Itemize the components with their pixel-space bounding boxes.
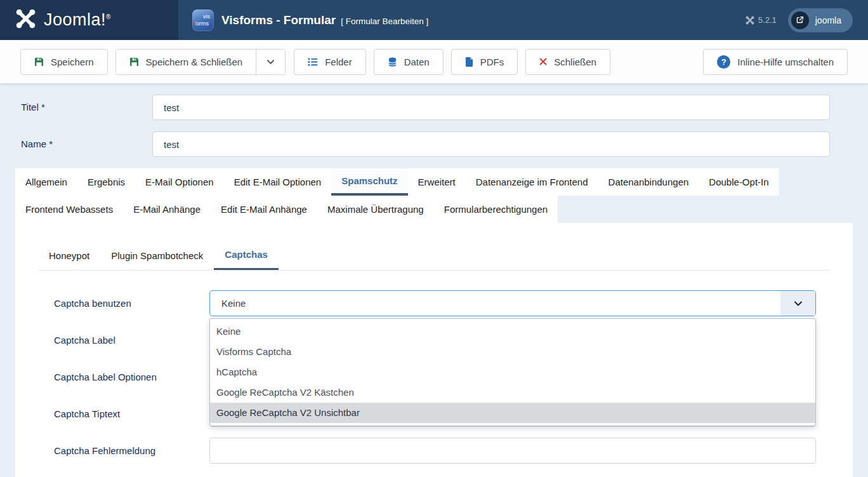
save-icon [34, 57, 44, 67]
save-icon [129, 57, 139, 67]
title-input[interactable] [152, 95, 830, 120]
brand-wordmark: Joomla!® [44, 10, 111, 30]
toolbar: Speichern Speichern & Schließen Felder [0, 40, 868, 83]
save-close-split-button: Speichern & Schließen [115, 49, 286, 75]
spamschutz-subtabs: Honeypot Plugin Spambotcheck Captchas [38, 241, 830, 271]
dropdown-option-recaptcha-v2-kaestchen[interactable]: Google ReCaptcha V2 Kästchen [210, 382, 815, 403]
main-tabs-row-2: Frontend Webassets E-Mail Anhänge Edit E… [15, 196, 853, 223]
site-preview-button[interactable]: joomla [788, 8, 853, 32]
tab-edit-email-anhaenge[interactable]: Edit E-Mail Anhänge [211, 196, 317, 223]
name-field-row: Name * [0, 131, 868, 157]
spamschutz-panel: Honeypot Plugin Spambotcheck Captchas Ca… [15, 223, 853, 477]
captcha-benutzen-dropdown: Keine Visforms Captcha hCaptcha Google R… [209, 318, 816, 426]
captcha-tiptext-label: Captcha Tiptext [38, 401, 209, 427]
captcha-benutzen-label: Captcha benutzen [38, 290, 209, 316]
data-button[interactable]: Daten [374, 49, 444, 75]
captcha-fehlermeldung-row: Captcha Fehlermeldung [38, 438, 830, 464]
fields-button[interactable]: Felder [294, 49, 366, 75]
tab-formularberechtigungen[interactable]: Formularberechtigungen [434, 196, 558, 223]
top-header: Joomla!® vis forms Visforms - Formular[ … [0, 0, 868, 40]
save-button[interactable]: Speichern [20, 49, 108, 75]
pdfs-button[interactable]: PDFs [451, 49, 518, 75]
page-title: Visforms - Formular[ Formular Bearbeiten… [221, 13, 428, 27]
list-icon [308, 57, 318, 67]
form-edit-content: Titel * Name * Allgemein Ergebnis E-Mail… [0, 83, 868, 477]
tab-ergebnis[interactable]: Ergebnis [77, 168, 135, 196]
dropdown-option-recaptcha-v2-unsichtbar[interactable]: Google ReCaptcha V2 Unsichtbar [210, 403, 815, 423]
close-button[interactable]: Schließen [525, 49, 610, 75]
save-options-dropdown-toggle[interactable] [256, 50, 285, 74]
tab-erweitert[interactable]: Erweitert [408, 168, 466, 196]
database-icon [388, 57, 397, 67]
main-tabs-row-1: Allgemein Ergebnis E-Mail Optionen Edit … [15, 168, 853, 196]
captcha-label-label: Captcha Label [38, 327, 209, 353]
tab-datenanzeige-im-frontend[interactable]: Datenanzeige im Frontend [466, 168, 598, 196]
captcha-benutzen-row: Captcha benutzen Keine [38, 290, 830, 316]
tab-maximale-uebertragung[interactable]: Maximale Übertragung [317, 196, 434, 223]
tab-email-anhaenge[interactable]: E-Mail Anhänge [123, 196, 211, 223]
captcha-fields: Captcha benutzen Keine Captcha Label Cap… [38, 271, 830, 464]
captcha-fehlermeldung-label: Captcha Fehlermeldung [38, 438, 209, 464]
captcha-benutzen-select[interactable]: Keine [209, 290, 816, 316]
close-icon [539, 58, 547, 65]
joomla-version: 5.2.1 [746, 15, 777, 25]
inline-help-button[interactable]: ? Inline-Hilfe umschalten [703, 49, 848, 75]
tab-double-opt-in[interactable]: Double-Opt-In [699, 168, 779, 196]
dropdown-option-hcaptcha[interactable]: hCaptcha [210, 362, 815, 382]
subtab-captchas[interactable]: Captchas [214, 241, 279, 270]
tab-email-optionen[interactable]: E-Mail Optionen [135, 168, 224, 196]
subtab-plugin-spambotcheck[interactable]: Plugin Spambotcheck [100, 241, 214, 270]
title-label: Titel * [0, 95, 152, 120]
chevron-down-icon [780, 291, 815, 316]
subtab-honeypot[interactable]: Honeypot [38, 241, 100, 270]
title-field-row: Titel * [0, 95, 868, 120]
joomla-logo-icon [15, 8, 36, 32]
save-close-button[interactable]: Speichern & Schließen [116, 50, 256, 74]
joomla-brand-area: Joomla!® [0, 0, 178, 40]
tab-datenanbindungen[interactable]: Datenanbindungen [598, 168, 699, 196]
tab-edit-email-optionen[interactable]: Edit E-Mail Optionen [224, 168, 332, 196]
joomla-version-icon [746, 16, 754, 25]
dropdown-option-visforms-captcha[interactable]: Visforms Captcha [210, 342, 815, 362]
main-tabs: Allgemein Ergebnis E-Mail Optionen Edit … [15, 168, 853, 223]
help-icon: ? [717, 55, 730, 69]
tab-frontend-webassets[interactable]: Frontend Webassets [15, 196, 123, 223]
page-subtitle: [ Formular Bearbeiten ] [341, 17, 428, 26]
chevron-down-icon [266, 57, 275, 67]
visforms-icon: vis forms [192, 10, 214, 31]
external-link-icon [791, 11, 809, 29]
tab-allgemein[interactable]: Allgemein [15, 168, 77, 196]
file-icon [465, 57, 473, 67]
captcha-fehlermeldung-input[interactable] [209, 438, 816, 464]
header-main: vis forms Visforms - Formular[ Formular … [178, 0, 868, 40]
captcha-label-optionen-label: Captcha Label Optionen [38, 364, 209, 390]
name-input[interactable] [152, 131, 830, 157]
name-label: Name * [0, 131, 152, 157]
selected-value: Keine [210, 298, 780, 309]
dropdown-option-keine[interactable]: Keine [210, 321, 815, 342]
tab-spamschutz[interactable]: Spamschutz [331, 168, 407, 196]
